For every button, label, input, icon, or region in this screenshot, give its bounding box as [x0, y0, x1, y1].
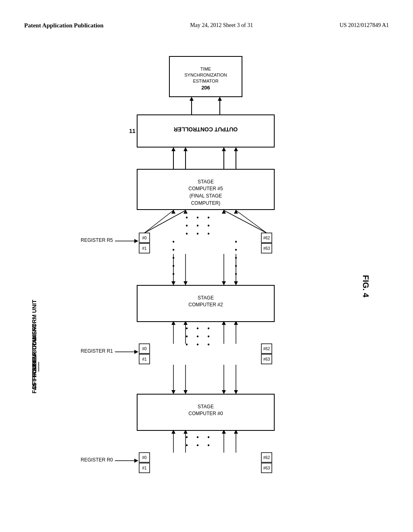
header-patent-number: US 2012/0127849 A1: [340, 22, 389, 29]
stage5-label2: COMPUTER #5: [188, 186, 223, 191]
dots6-3: •: [207, 341, 210, 348]
dots4-2: •: [196, 325, 199, 332]
dots1-2: •: [196, 214, 199, 221]
r0-input-label1: #1: [142, 466, 147, 470]
register-r1-label: REGISTER R1: [81, 348, 113, 354]
dots3-2: •: [196, 230, 199, 237]
dots2-3: •: [207, 222, 210, 229]
stage0-label1: STAGE: [198, 404, 214, 409]
arrow-r5-out-down-left-head: [222, 281, 226, 285]
arrow-r5-up-left: [144, 210, 173, 233]
vdot-r-1: •: [235, 238, 237, 245]
arrow-oc-ts-left-head: [190, 97, 194, 101]
arrow-r5-out-up-right: [236, 210, 267, 233]
dots6-1: •: [186, 341, 188, 348]
arrow-r1-down-left-head: [171, 390, 175, 394]
dots2-2: •: [196, 222, 199, 229]
r1-output-label63: #63: [263, 357, 270, 362]
dots2-1: •: [186, 222, 188, 229]
fig-label: FIG. 4: [361, 275, 370, 297]
dots3-1: •: [186, 230, 188, 237]
register-r0-label: REGISTER R0: [81, 457, 113, 463]
r0-output-label62: #62: [263, 455, 270, 460]
dots7-2: •: [196, 434, 199, 441]
left-label-line2: OF FIRST EMBODIMENT: [31, 324, 38, 390]
arrow-r5-down-right-head: [184, 281, 188, 285]
output-controller-label: OUTPUT CONTROLLER: [174, 126, 238, 133]
stage2-label1: STAGE: [198, 295, 214, 301]
arrow-s5-oc-1-head: [171, 147, 175, 151]
r0-input-label0: #0: [142, 455, 147, 460]
r5-input-label0: #0: [142, 236, 147, 240]
vdot1: •: [172, 238, 175, 245]
vdot2: •: [172, 246, 175, 253]
header-publication: Patent Application Publication: [24, 22, 104, 29]
dots1-3: •: [207, 214, 210, 221]
r1-output-label62: #62: [263, 347, 270, 351]
header: Patent Application Publication May 24, 2…: [0, 22, 413, 29]
dots8-3: •: [207, 442, 210, 449]
arrow-r1-out-down-right-head: [234, 390, 238, 394]
dots5-2: •: [196, 333, 199, 340]
vdot-r-2: •: [235, 246, 237, 253]
dots6-2: •: [196, 341, 199, 348]
arrow-r5-head: [134, 239, 138, 243]
r0-output-label63: #63: [263, 466, 270, 470]
dots4-3: •: [207, 325, 210, 332]
time-sync-label2: SYNCHRONIZATION: [184, 73, 227, 77]
arrow-r1-down-right-head: [184, 390, 188, 394]
dots1-1: •: [186, 214, 188, 221]
dots5-3: •: [207, 333, 210, 340]
r1-input-label1: #1: [142, 357, 147, 362]
time-sync-label3: ESTIMATOR: [193, 79, 218, 83]
dots8-1: •: [186, 442, 188, 449]
page: Patent Application Publication May 24, 2…: [0, 0, 413, 532]
arrow-s5-oc-4-head: [234, 147, 238, 151]
stage0-label2: COMPUTER #0: [188, 411, 223, 416]
r5-output-label63: #63: [263, 246, 270, 251]
arrow-r5-out-up-left-head: [222, 210, 226, 214]
output-controller-ref: 11: [129, 128, 136, 134]
arrow-r5-up-right-head: [184, 210, 188, 214]
stage2-label2: COMPUTER #2: [188, 302, 223, 308]
diagram-svg: FAST FOURIER TRANSFORM UNIT OF FIRST EMB…: [0, 44, 413, 520]
header-date-sheet: May 24, 2012 Sheet 3 of 31: [190, 22, 253, 29]
register-r5-label: REGISTER R5: [81, 237, 113, 243]
r5-input-label1: #1: [142, 246, 147, 251]
arrow-r5-out-up-left: [224, 210, 267, 233]
dots8-2: •: [196, 442, 199, 449]
stage5-label4: COMPUTER): [191, 200, 221, 206]
arrow-s5-oc-3-head: [222, 147, 226, 151]
stage5-label3: (FINAL STAGE: [190, 193, 222, 199]
arrow-r1-out-down-left-head: [222, 390, 226, 394]
time-sync-label: TIME: [200, 66, 211, 71]
arrow-r1-head: [134, 350, 138, 354]
dots3-3: •: [207, 230, 210, 237]
r1-input-label0: #0: [142, 347, 147, 351]
arrow-r5-out-down-right-head: [234, 281, 238, 285]
arrow-r5-down-left-head: [171, 281, 175, 285]
dots4-1: •: [186, 325, 188, 332]
r5-output-label62: #62: [263, 236, 270, 240]
arrow-oc-ts-right-head: [218, 97, 222, 101]
time-sync-number: 206: [201, 85, 210, 91]
arrow-s5-oc-2-head: [184, 147, 188, 151]
arrow-r0-head: [134, 459, 138, 463]
dots7-3: •: [207, 434, 210, 441]
dots5-1: •: [186, 333, 188, 340]
left-label-number: 205: [31, 362, 38, 372]
stage5-label1: STAGE: [198, 179, 214, 185]
dots7-1: •: [186, 434, 188, 441]
arrow-r5-up-right: [144, 210, 186, 233]
